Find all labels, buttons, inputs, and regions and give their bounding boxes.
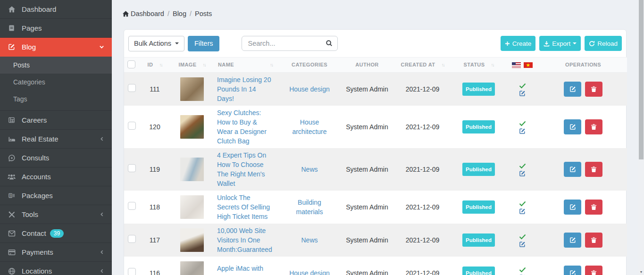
contact-icon <box>8 229 16 237</box>
breadcrumb-dashboard[interactable]: Dashboard <box>131 10 164 17</box>
delete-button[interactable] <box>585 200 602 215</box>
sidebar-item-dashboard[interactable]: Dashboard <box>0 0 112 19</box>
sidebar-item-pages[interactable]: Pages <box>0 19 112 38</box>
sort-icon[interactable]: ↑↓ <box>441 62 444 68</box>
svg-text:$: $ <box>9 193 11 198</box>
sidebar-item-locations[interactable]: Locations <box>0 262 112 275</box>
edit-icon <box>569 204 576 210</box>
post-thumbnail <box>180 195 204 219</box>
edit-button[interactable] <box>564 233 581 248</box>
edit-button[interactable] <box>564 162 581 177</box>
category-link[interactable]: Building materials <box>296 199 323 216</box>
sort-icon[interactable]: ↑↓ <box>491 62 493 68</box>
sidebar-item-careers[interactable]: Careers <box>0 111 112 130</box>
sidebar-item-payments[interactable]: Payments <box>0 243 112 262</box>
table-row: 119 4 Expert Tips On How To Choose The R… <box>124 148 627 191</box>
post-name-link[interactable]: Unlock The Secrets Of Selling High Ticke… <box>217 194 270 220</box>
row-checkbox[interactable] <box>128 202 136 210</box>
breadcrumb-posts[interactable]: Posts <box>195 10 212 17</box>
status-badge: Published <box>462 83 495 96</box>
sidebar-item-consults[interactable]: Consults <box>0 149 112 167</box>
sort-icon[interactable]: ↑↓ <box>203 62 206 68</box>
edit-icon <box>569 166 576 173</box>
edit-icon <box>569 237 576 243</box>
sidebar: Dashboard Pages Blog Posts Categories Ta… <box>0 0 112 275</box>
post-name-link[interactable]: Sexy Clutches: How to Buy & Wear a Desig… <box>217 109 267 145</box>
sidebar-item-accounts[interactable]: Accounts <box>0 167 112 186</box>
post-name-link[interactable]: Imagine Losing 20 Pounds In 14 Days! <box>217 76 271 102</box>
bulk-actions-dropdown[interactable]: Bulk Actions <box>128 36 184 51</box>
blog-icon <box>8 43 16 51</box>
row-checkbox[interactable] <box>128 268 136 275</box>
caret-down-icon <box>175 42 179 44</box>
tools-icon <box>8 210 16 218</box>
scrollbar-thumb[interactable] <box>639 0 644 159</box>
scrollbar-down-arrow[interactable]: ▼ <box>638 270 644 274</box>
edit-button[interactable] <box>564 200 581 215</box>
edit-button[interactable] <box>564 119 581 134</box>
check-icon <box>519 121 526 126</box>
category-link[interactable]: House architecture <box>292 118 326 135</box>
status-badge: Published <box>462 120 495 133</box>
trash-icon <box>591 86 597 92</box>
category-link[interactable]: House design <box>289 269 330 275</box>
delete-button[interactable] <box>585 233 602 248</box>
check-icon <box>519 83 526 89</box>
edit-icon <box>569 270 576 275</box>
sidebar-item-tags[interactable]: Tags <box>0 91 112 108</box>
reload-button[interactable]: Reload <box>585 36 622 51</box>
create-button[interactable]: Create <box>501 36 536 51</box>
search-box <box>242 36 338 51</box>
category-link[interactable]: News <box>301 166 318 173</box>
scrollbar[interactable]: ▼ <box>638 0 644 275</box>
row-checkbox[interactable] <box>128 122 136 130</box>
sort-icon[interactable]: ↑↓ <box>159 62 162 68</box>
home-icon[interactable] <box>122 10 129 17</box>
edit-button[interactable] <box>564 82 581 97</box>
search-input[interactable] <box>242 36 338 51</box>
row-checkbox[interactable] <box>128 235 136 243</box>
category-link[interactable]: House design <box>289 85 330 93</box>
delete-button[interactable] <box>585 162 602 177</box>
check-icon <box>519 234 526 240</box>
post-thumbnail <box>180 77 204 101</box>
contact-count-badge: 39 <box>50 229 64 238</box>
sidebar-item-real-estate[interactable]: Real Estate <box>0 130 112 149</box>
sidebar-item-tools[interactable]: Tools <box>0 205 112 224</box>
post-name-link[interactable]: 4 Expert Tips On How To Choose The Right… <box>217 151 266 187</box>
sort-icon[interactable]: ↑↓ <box>270 62 273 68</box>
edit-icon <box>569 86 576 92</box>
sidebar-item-contact[interactable]: Contact 39 <box>0 224 112 243</box>
edit-translation-icon <box>519 90 526 97</box>
delete-button[interactable] <box>585 266 602 275</box>
sidebar-item-posts[interactable]: Posts <box>0 57 112 74</box>
category-link[interactable]: News <box>301 236 318 244</box>
post-thumbnail <box>180 228 204 252</box>
post-name-link[interactable]: Apple iMac with Retina 5K display <box>217 265 268 275</box>
breadcrumb-blog[interactable]: Blog <box>173 10 186 17</box>
row-checkbox[interactable] <box>128 164 136 172</box>
delete-button[interactable] <box>585 119 602 134</box>
sidebar-item-packages[interactable]: $ Packages <box>0 186 112 205</box>
vietnam-flag-icon: ★ <box>524 62 533 68</box>
post-name-link[interactable]: 10,000 Web Site Visitors In One Month:Gu… <box>217 227 272 253</box>
careers-icon <box>8 116 16 124</box>
edit-button[interactable] <box>564 266 581 275</box>
sidebar-item-categories[interactable]: Categories <box>0 74 112 91</box>
sidebar-item-blog[interactable]: Blog <box>0 38 112 57</box>
trash-icon <box>591 204 597 210</box>
trash-icon <box>591 124 597 130</box>
chevron-left-icon <box>100 268 104 274</box>
select-all-checkbox[interactable] <box>127 60 135 68</box>
breadcrumb: Dashboard / Blog / Posts <box>122 10 212 17</box>
filters-button[interactable]: Filters <box>188 36 219 51</box>
search-icon[interactable] <box>326 40 333 47</box>
row-checkbox[interactable] <box>128 84 136 92</box>
download-icon <box>544 41 550 47</box>
edit-icon <box>569 124 576 130</box>
payments-icon <box>8 248 16 256</box>
us-flag-icon <box>512 62 521 68</box>
edit-translation-icon <box>519 170 526 177</box>
delete-button[interactable] <box>585 82 602 97</box>
export-button[interactable]: Export <box>539 36 581 51</box>
